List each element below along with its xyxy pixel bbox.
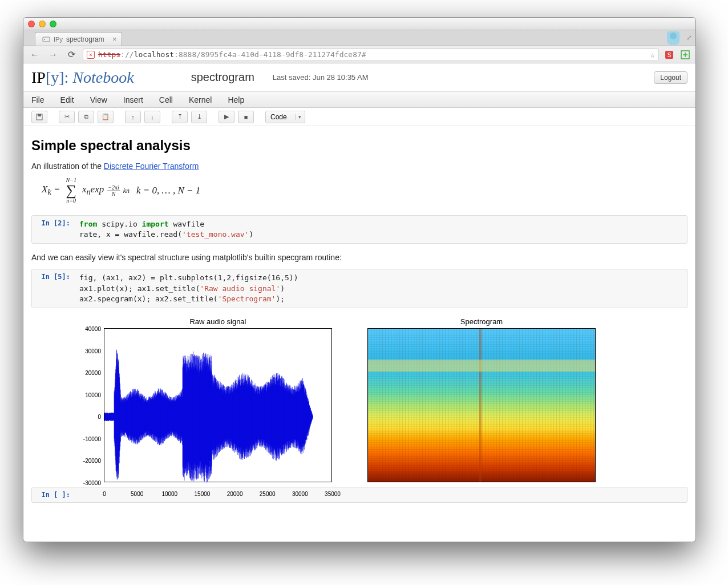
tab-prefix: IPy bbox=[54, 36, 63, 43]
reload-button[interactable]: ⟳ bbox=[64, 49, 78, 61]
intro-text: An illustration of the Discrete Fourier … bbox=[31, 162, 687, 171]
svg-rect-6 bbox=[38, 114, 41, 116]
toolbar: ✂ ⧉ 📋 ↑ ↓ ⤒ ⤓ ▶ ■ Code bbox=[23, 108, 695, 126]
output-plots: Raw audio signal -30000-20000-1000001000… bbox=[74, 317, 687, 482]
address-bar[interactable]: ✕ https :// localhost :8888 /8995fc4a-41… bbox=[83, 49, 659, 61]
forward-button[interactable]: → bbox=[46, 49, 60, 61]
menu-view[interactable]: View bbox=[90, 95, 107, 104]
axes-waveform: -30000-20000-10000010000200003000040000 … bbox=[104, 328, 332, 482]
cell-type-select[interactable]: Code bbox=[265, 111, 305, 123]
ipython-logo: IP[y]: Notebook bbox=[31, 68, 134, 87]
tab-title: spectrogram bbox=[66, 35, 104, 43]
move-up-button[interactable]: ↑ bbox=[125, 111, 141, 123]
traffic-lights bbox=[28, 21, 56, 27]
logout-button[interactable]: Logout bbox=[654, 71, 687, 84]
dft-formula: Xk = N−1∑n=0 xnexp −2πiN kn k = 0, … , N… bbox=[42, 177, 687, 204]
interrupt-button[interactable]: ■ bbox=[238, 111, 254, 123]
run-button[interactable]: ▶ bbox=[219, 111, 234, 123]
input-prompt: In [ ]: bbox=[32, 487, 75, 502]
back-button[interactable]: ← bbox=[28, 49, 42, 61]
svg-text:S: S bbox=[668, 52, 672, 58]
minimize-window-button[interactable] bbox=[39, 21, 46, 27]
markdown-cell-1[interactable]: Simple spectral analysis An illustration… bbox=[31, 138, 687, 204]
url-toolbar: ← → ⟳ ✕ https :// localhost :8888 /8995f… bbox=[23, 46, 695, 63]
browser-tab[interactable]: IPy spectrogram × bbox=[35, 32, 122, 46]
input-prompt: In [2]: bbox=[32, 216, 75, 243]
menu-bar: File Edit View Insert Cell Kernel Help bbox=[23, 92, 695, 108]
cut-button[interactable]: ✂ bbox=[59, 111, 75, 123]
notebook-name[interactable]: spectrogram bbox=[191, 71, 254, 84]
menu-insert[interactable]: Insert bbox=[123, 95, 143, 104]
run-above-button[interactable]: ⤒ bbox=[172, 111, 188, 123]
save-button[interactable] bbox=[31, 111, 47, 123]
md2-text: And we can easily view it's spectral str… bbox=[31, 253, 687, 262]
fullscreen-icon[interactable]: ⤢ bbox=[686, 34, 692, 42]
favicon-icon bbox=[42, 35, 50, 43]
tab-strip: IPy spectrogram × ⤢ bbox=[23, 30, 695, 46]
window-titlebar bbox=[23, 18, 695, 30]
svg-rect-0 bbox=[43, 37, 50, 42]
move-down-button[interactable]: ↓ bbox=[144, 111, 160, 123]
profile-avatar-icon[interactable] bbox=[667, 31, 680, 45]
code-input[interactable]: from scipy.io import wavfile rate, x = w… bbox=[75, 216, 687, 243]
extension-icon-1[interactable]: S bbox=[664, 49, 675, 60]
menu-edit[interactable]: Edit bbox=[60, 95, 74, 104]
last-saved-text: Last saved: Jun 28 10:35 AM bbox=[273, 73, 369, 82]
page-title: Simple spectral analysis bbox=[31, 138, 687, 154]
copy-button[interactable]: ⧉ bbox=[78, 111, 94, 123]
run-below-button[interactable]: ⤓ bbox=[191, 111, 207, 123]
https-warning-icon: ✕ bbox=[87, 51, 95, 59]
input-prompt: In [5]: bbox=[32, 269, 75, 308]
markdown-cell-2[interactable]: And we can easily view it's spectral str… bbox=[31, 253, 687, 262]
zoom-window-button[interactable] bbox=[50, 21, 56, 27]
notebook-header: IP[y]: Notebook spectrogram Last saved: … bbox=[23, 63, 695, 92]
notebook-content: Simple spectral analysis An illustration… bbox=[23, 126, 695, 542]
url-scheme: https bbox=[98, 50, 120, 59]
plot-spectrogram: Spectrogram 0.00.20.40.60.81.0 020004000… bbox=[367, 317, 596, 482]
code-cell-empty[interactable]: In [ ]: bbox=[31, 487, 687, 503]
menu-help[interactable]: Help bbox=[228, 95, 244, 104]
extension-icon-2[interactable] bbox=[680, 49, 691, 60]
bookmark-star-icon[interactable]: ☆ bbox=[650, 50, 655, 59]
close-window-button[interactable] bbox=[28, 21, 35, 27]
code-input[interactable]: fig, (ax1, ax2) = plt.subplots(1,2,figsi… bbox=[75, 269, 687, 308]
code-cell-2[interactable]: In [2]: from scipy.io import wavfile rat… bbox=[31, 215, 687, 244]
menu-file[interactable]: File bbox=[31, 95, 45, 104]
paste-button[interactable]: 📋 bbox=[98, 111, 114, 123]
dft-link[interactable]: Discrete Fourier Transform bbox=[104, 162, 199, 171]
axes-spectrogram: 0.00.20.40.60.81.0 020004000600080001000… bbox=[367, 328, 596, 482]
waveform-svg bbox=[104, 329, 333, 483]
url-port: :8888 bbox=[174, 50, 196, 59]
url-path: /8995fc4a-410d-4118-9df8-211274fdce87# bbox=[196, 50, 366, 59]
svg-point-1 bbox=[44, 39, 45, 40]
browser-window: IPy spectrogram × ⤢ ← → ⟳ ✕ https :// lo… bbox=[23, 17, 696, 542]
url-host: localhost bbox=[134, 50, 174, 59]
plot-raw-audio: Raw audio signal -30000-20000-1000001000… bbox=[104, 317, 332, 482]
url-sep: :// bbox=[120, 50, 134, 59]
menu-cell[interactable]: Cell bbox=[159, 95, 173, 104]
close-tab-icon[interactable]: × bbox=[112, 35, 117, 43]
code-cell-5[interactable]: In [5]: fig, (ax1, ax2) = plt.subplots(1… bbox=[31, 269, 687, 308]
menu-kernel[interactable]: Kernel bbox=[189, 95, 212, 104]
